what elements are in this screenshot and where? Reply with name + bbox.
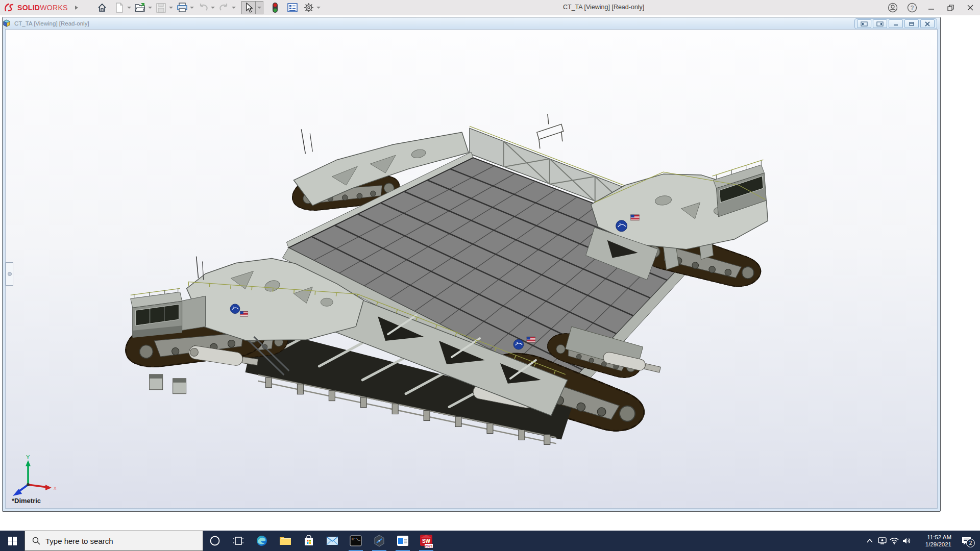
system-tray: 11:52 AM 1/29/2021 2 (864, 531, 980, 551)
taskbar-app-cortana[interactable] (203, 531, 227, 551)
graphics-viewport[interactable]: Y x *Dimetric (5, 29, 938, 509)
taskbar-app-store[interactable] (297, 531, 321, 551)
undo-caret[interactable] (211, 7, 215, 9)
solidworks-logo: SOLIDWORKS (4, 3, 68, 12)
start-button[interactable] (0, 531, 24, 551)
tray-time: 11:52 AM (916, 534, 951, 541)
taskbar-app-mail[interactable] (321, 531, 344, 551)
account-icon[interactable] (883, 0, 902, 15)
pane-toggle-right-button[interactable] (873, 19, 887, 28)
undo-button[interactable] (197, 2, 210, 14)
svg-text:Y: Y (26, 454, 30, 460)
app-title: CT_TA [Viewing] [Read-only] (563, 4, 644, 11)
taskbar-app-command-prompt[interactable]: C:\_ (344, 531, 368, 551)
taskbar-clock[interactable]: 11:52 AM 1/29/2021 (916, 534, 951, 548)
new-document-caret[interactable] (127, 7, 131, 9)
taskbar-app-edge[interactable] (250, 531, 274, 551)
tray-volume-icon[interactable] (900, 531, 913, 551)
open-caret[interactable] (148, 7, 152, 9)
document-window: CT_TA [Viewing] [Read-only] (2, 17, 941, 512)
home-button[interactable] (95, 2, 109, 14)
taskbar-app-hexagon[interactable] (368, 531, 391, 551)
save-button[interactable] (155, 2, 168, 14)
brand-works: WORKS (40, 4, 67, 12)
svg-text:C:\_: C:\_ (352, 537, 361, 541)
new-document-button[interactable] (113, 2, 126, 14)
notification-badge: 2 (966, 539, 975, 547)
view-orientation-label: *Dimetric (12, 497, 41, 505)
svg-text:2021: 2021 (425, 544, 433, 547)
orientation-triad: Y x (9, 453, 58, 497)
assembly-icon (3, 19, 11, 28)
pane-toggle-left-button[interactable] (857, 19, 871, 28)
select-tool-caret[interactable] (256, 1, 263, 14)
task-pane-button[interactable] (286, 2, 299, 14)
solidworks-logo-icon (4, 3, 17, 12)
tray-meet-now-icon[interactable] (876, 531, 888, 551)
tray-date: 1/29/2021 (916, 541, 951, 548)
taskbar-app-task-view[interactable] (227, 531, 250, 551)
doc-close-button[interactable] (920, 19, 935, 28)
redo-button[interactable] (217, 2, 231, 14)
doc-restore-button[interactable] (904, 19, 919, 28)
help-icon[interactable]: ? (902, 0, 922, 15)
action-center-button[interactable]: 2 (955, 531, 977, 551)
mdi-background: CT_TA [Viewing] [Read-only] (0, 15, 980, 531)
print-button[interactable] (176, 2, 189, 14)
top-platform (537, 114, 564, 148)
svg-text:?: ? (911, 5, 914, 11)
tray-chevron-up-icon[interactable] (864, 531, 876, 551)
screen: SOLIDWORKS (0, 0, 980, 551)
document-titlebar[interactable]: CT_TA [Viewing] [Read-only] (3, 17, 940, 29)
select-tool-button[interactable] (241, 1, 256, 14)
print-caret[interactable] (190, 7, 194, 9)
restore-button[interactable] (941, 0, 961, 15)
svg-text:x: x (54, 485, 57, 491)
app-titlebar: SOLIDWORKS (0, 0, 980, 16)
taskbar-app-file-explorer[interactable] (274, 531, 297, 551)
search-input[interactable]: Type here to search (24, 531, 203, 551)
brand-solid: SOLID (17, 4, 40, 12)
taskbar-app-solidworks[interactable]: SW2021 (414, 531, 438, 551)
doc-minimize-button[interactable] (889, 19, 903, 28)
design-checker-button[interactable] (268, 2, 282, 14)
feature-pane-splitter[interactable] (6, 262, 13, 286)
save-caret[interactable] (169, 7, 173, 9)
taskbar: Type here to search C:\_ (0, 531, 980, 551)
document-window-buttons (854, 18, 937, 29)
document-title: CT_TA [Viewing] [Read-only] (14, 20, 89, 27)
toolbar-expand-arrow[interactable] (75, 6, 78, 10)
minimize-button[interactable] (922, 0, 941, 15)
settings-caret[interactable] (316, 7, 321, 9)
settings-button[interactable] (302, 2, 315, 14)
tray-wifi-icon[interactable] (888, 531, 900, 551)
redo-caret[interactable] (232, 7, 236, 9)
svg-text:SW: SW (422, 538, 431, 544)
taskbar-app-window[interactable] (391, 531, 414, 551)
crawler-model (6, 30, 937, 508)
close-button[interactable] (961, 0, 980, 15)
search-placeholder: Type here to search (45, 537, 113, 545)
search-icon (32, 537, 40, 545)
open-button[interactable] (134, 2, 147, 14)
